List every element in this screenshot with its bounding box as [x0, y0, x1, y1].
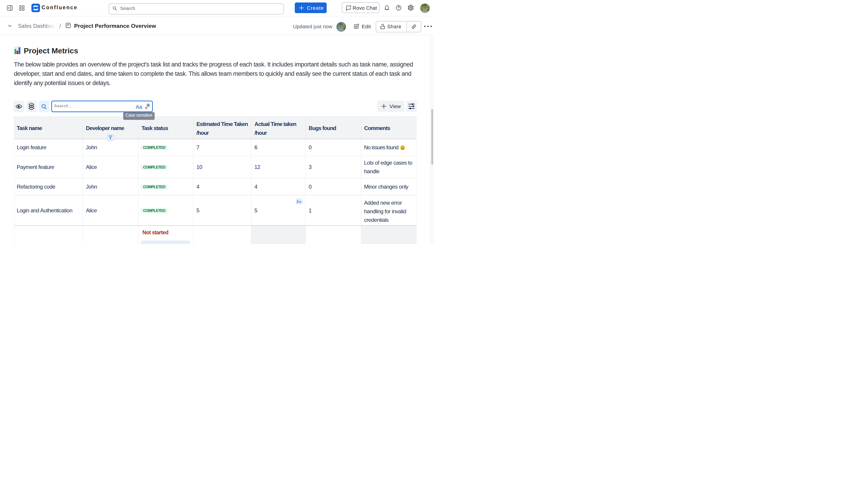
svg-text:(x): (x)	[298, 200, 302, 203]
